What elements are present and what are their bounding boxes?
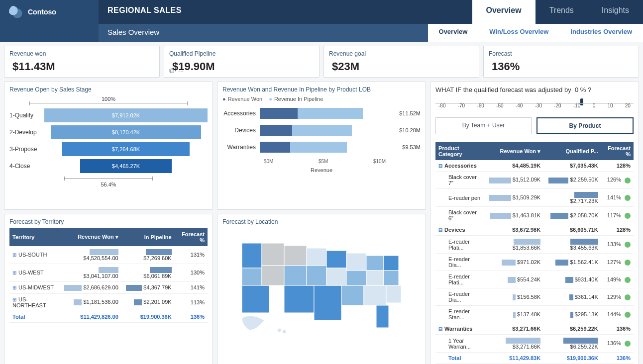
table-row[interactable]: Black cover 6" $1,463.81K $2,058.70K 117… — [435, 207, 634, 224]
col-rev-won[interactable]: Revenue Won ▾ — [59, 228, 121, 246]
lob-label: Devices — [222, 127, 260, 134]
whatif-table[interactable]: Product Category Revenue Won ▾ Qualified… — [435, 142, 634, 364]
lob-row[interactable]: Warranties $9.53M — [222, 142, 421, 153]
territory-title: Forecast by Territory — [9, 218, 208, 225]
funnel-row[interactable]: 2-Develop $8,170.42K — [9, 125, 208, 139]
whatif-panel[interactable]: WHAT IF the qualified forecast was adjus… — [430, 82, 639, 364]
kpi-qualified-pipeline[interactable]: Qualified Pipeline $19.90M ⧉ ··· — [164, 46, 320, 78]
lob-chart[interactable]: Revenue Won and Revenue In Pipeline by P… — [217, 82, 426, 210]
lob-total: $9.53M — [398, 144, 421, 150]
lob-row[interactable]: Devices $10.28M — [222, 125, 421, 136]
table-row[interactable]: Black cover 7" $1,512.09K $2,259.50K 126… — [435, 172, 634, 189]
collapse-icon[interactable]: ⊟ — [438, 326, 444, 332]
col-in-pipeline[interactable]: In Pipeline — [121, 228, 175, 246]
toggle-by-product[interactable]: By Product — [536, 117, 634, 134]
svg-rect-8 — [307, 248, 326, 266]
svg-rect-6 — [284, 266, 307, 285]
subtab-industries[interactable]: Industries Overview — [559, 24, 643, 42]
funnel-row[interactable]: 4-Close $4,465.27K — [9, 159, 208, 173]
expand-icon[interactable]: ⊞ — [12, 297, 18, 302]
svg-rect-11 — [326, 251, 346, 268]
status-dot-icon — [625, 260, 631, 266]
tab-overview[interactable]: Overview — [472, 0, 536, 24]
table-row[interactable]: E-reader Dia... $971.02K $1,562.41K 127% — [435, 254, 634, 271]
category-row[interactable]: ⊟Accessories $4,485.19K$7,035.43K128% — [435, 160, 634, 172]
subtab-winloss[interactable]: Win/Loss Overview — [478, 24, 559, 42]
col-forecast-pct[interactable]: Forecast % — [601, 142, 634, 160]
funnel-bar: $4,465.27K — [80, 159, 172, 173]
funnel-title: Revenue Open by Sales Stage — [9, 86, 208, 93]
category-row[interactable]: ⊟Warranties $3,271.66K$6,259.22K136% — [435, 323, 634, 335]
table-row[interactable]: E-reader Stan... $137.48K $295.13K 144% — [435, 306, 634, 323]
whatif-question: WHAT IF the qualified forecast was adjus… — [435, 86, 634, 93]
table-row[interactable]: ⊞US-NORTHEAST $1,181,536.00 $2,201.09K 1… — [9, 293, 208, 311]
funnel-row[interactable]: 3-Propose $7,264.68K — [9, 142, 208, 156]
svg-rect-4 — [262, 266, 284, 285]
subtab-overview[interactable]: Overview — [428, 24, 479, 42]
whatif-scale[interactable]: -80-70-60-50-40-30-20-1001020 — [435, 103, 634, 109]
scale-tick: 20 — [625, 103, 631, 108]
funnel-chart[interactable]: Revenue Open by Sales Stage 100% 1-Quali… — [4, 82, 213, 210]
lob-title: Revenue Won and Revenue In Pipeline by P… — [222, 86, 421, 93]
table-row[interactable]: 1 Year Warran... $3,271.66K $6,259.22K 1… — [435, 335, 634, 353]
tab-insights[interactable]: Insights — [588, 0, 643, 24]
sort-desc-icon: ▾ — [537, 148, 540, 154]
map-card[interactable]: Forecast by Location — [217, 214, 426, 364]
report-title: REGIONAL SALES — [99, 0, 472, 24]
table-row[interactable]: E-reader Plati... $554.24K $931.40K 149% — [435, 271, 634, 288]
kpi-revenue-goal[interactable]: Revenue goal $23M — [323, 46, 479, 78]
status-dot-icon — [625, 312, 631, 318]
col-qualified-pipeline[interactable]: Qualified P... — [543, 142, 601, 160]
total-row: Total$11,429,826.00 $19,900.36K136% — [9, 311, 208, 322]
kpi-label: Revenue won — [9, 50, 154, 57]
col-forecast-pct[interactable]: Forecast % — [175, 228, 208, 246]
col-revenue-won[interactable]: Revenue Won ▾ — [486, 142, 543, 160]
brand-area: Contoso — [0, 0, 99, 24]
lob-row[interactable]: Accessories $11.52M — [222, 108, 421, 119]
kpi-value: $23M — [329, 60, 474, 73]
table-row[interactable]: ⊞US-SOUTH $4,520,554.00 $7,269.60K 131% — [9, 246, 208, 264]
card-copy-icon[interactable]: ⧉ ··· — [169, 67, 184, 75]
svg-rect-18 — [366, 271, 384, 285]
funnel-row[interactable]: 1-Qualify $7,912.02K — [9, 108, 208, 122]
expand-icon[interactable]: ⊞ — [12, 285, 18, 290]
kpi-forecast[interactable]: Forecast 136% — [483, 46, 639, 78]
svg-rect-9 — [307, 266, 326, 285]
table-row[interactable]: E-reader Plati... $1,853.66K $3,455.63K … — [435, 236, 634, 254]
funnel-bar: $7,912.02K — [44, 108, 208, 122]
collapse-icon[interactable]: ⊟ — [438, 163, 444, 169]
svg-rect-13 — [341, 285, 364, 305]
scale-tick: -10 — [573, 103, 580, 108]
svg-rect-5 — [284, 246, 307, 266]
kpi-revenue-won[interactable]: Revenue won $11.43M — [4, 46, 160, 78]
lob-label: Warranties — [222, 144, 260, 151]
territory-table[interactable]: Territory Revenue Won ▾ In Pipeline Fore… — [9, 228, 208, 323]
table-row[interactable]: ⊞US-WEST $3,041,107.00 $6,061.89K 130% — [9, 264, 208, 281]
funnel-stage-label: 2-Develop — [9, 129, 44, 136]
territory-table-card[interactable]: Forecast by Territory Territory Revenue … — [4, 214, 213, 364]
lob-legend: Revenue Won Revenue In Pipeline — [222, 96, 421, 102]
col-territory[interactable]: Territory — [9, 228, 59, 246]
top-tabs: Overview Trends Insights — [472, 0, 643, 24]
table-row[interactable]: E-reader Dia... $156.58K $361.14K 129% — [435, 288, 634, 306]
brand-name: Contoso — [28, 8, 56, 16]
lob-pipe-bar — [290, 142, 347, 153]
collapse-icon[interactable]: ⊟ — [438, 227, 444, 233]
contoso-logo-icon — [9, 5, 23, 19]
table-row[interactable]: ⊞US-MIDWEST $2,686,629.00 $4,367.79K 141… — [9, 281, 208, 293]
col-product-category[interactable]: Product Category — [435, 142, 486, 160]
expand-icon[interactable]: ⊞ — [12, 270, 18, 275]
svg-rect-10 — [314, 285, 341, 320]
lob-won-bar — [260, 142, 290, 153]
status-dot-icon — [625, 242, 631, 248]
category-row[interactable]: ⊟Devices $3,672.98K$6,605.71K128% — [435, 224, 634, 236]
tab-trends[interactable]: Trends — [536, 0, 588, 24]
expand-icon[interactable]: ⊞ — [12, 252, 18, 258]
svg-point-24 — [282, 330, 286, 334]
toggle-by-team[interactable]: By Team + User — [435, 117, 532, 134]
us-map-icon[interactable] — [232, 233, 411, 343]
lob-won-bar — [260, 125, 292, 136]
scale-tick: 0 — [593, 103, 596, 108]
lob-total: $11.52M — [395, 110, 421, 116]
table-row[interactable]: E-reader pen $1,509.29K $2,717.23K 141% — [435, 189, 634, 207]
